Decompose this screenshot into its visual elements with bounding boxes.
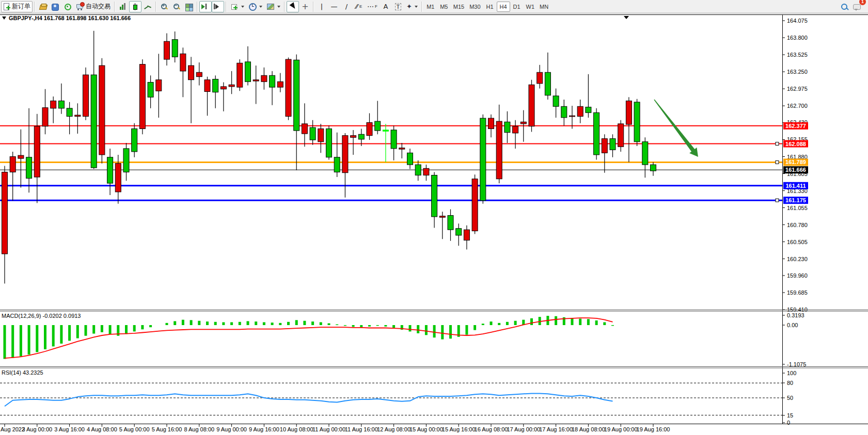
periods-button[interactable] [246,1,264,12]
svg-text:0.00: 0.00 [787,322,798,328]
arrows-icon: ✦ [406,3,412,10]
add-indicator-button[interactable] [228,1,246,12]
gold-bar-button[interactable] [37,1,49,12]
crosshair-button[interactable]: + [299,1,311,12]
gold-bar-icon [39,3,47,11]
signal-button[interactable] [61,1,74,12]
vertical-line-icon: | [321,3,323,10]
channel-icon: ⁄⁄ [356,3,358,10]
arrows-button[interactable]: ✦ [404,1,420,12]
svg-text:17 Aug 16:00: 17 Aug 16:00 [539,426,573,432]
svg-text:100: 100 [787,370,796,376]
svg-text:162.088: 162.088 [785,141,806,147]
new-order-button[interactable]: 新订单 [1,1,33,12]
svg-text:8 Aug 08:00: 8 Aug 08:00 [184,426,214,432]
svg-text:19 Aug 16:00: 19 Aug 16:00 [637,426,670,432]
profiles-icon [51,3,59,11]
svg-text:15: 15 [787,412,793,418]
horizontal-line-icon: — [331,3,338,10]
svg-text:15 Aug 16:00: 15 Aug 16:00 [442,426,476,432]
svg-text:50: 50 [787,395,793,401]
channel-letter: E [359,4,362,9]
svg-text:0: 0 [787,420,790,426]
bar-chart-icon [119,3,127,11]
autotrading-cart-icon [76,3,84,11]
chart-canvas[interactable]: 164.075163.800163.525163.250162.975162.7… [0,13,868,435]
svg-text:11 Aug 16:00: 11 Aug 16:00 [345,426,378,432]
add-indicator-icon [230,3,239,11]
svg-text:162.975: 162.975 [787,86,808,92]
timeframe-button-W1[interactable]: W1 [524,2,538,12]
svg-text:11 Aug 00:00: 11 Aug 00:00 [312,426,345,432]
fibonacci-icon: ⋯ [367,3,373,10]
svg-text:161.411: 161.411 [785,183,806,189]
toolbar-separator [114,2,115,12]
signal-icon [64,3,72,11]
notifications-button[interactable]: 1 [850,1,864,12]
svg-text:9 Aug 16:00: 9 Aug 16:00 [249,426,279,432]
svg-text:RSI(14) 43.2325: RSI(14) 43.2325 [2,369,43,376]
chart-shift-button[interactable] [212,1,224,12]
svg-text:15 Aug 00:00: 15 Aug 00:00 [409,426,443,432]
bar-chart-button[interactable] [117,1,129,12]
text-button[interactable]: A [380,1,392,12]
zoom-in-button[interactable] [158,1,170,12]
templates-icon [266,3,275,11]
line-chart-button[interactable] [141,1,154,12]
timeframe-button-M5[interactable]: M5 [437,2,451,12]
svg-text:163.525: 163.525 [787,52,808,58]
timeframe-button-M1[interactable]: M1 [424,2,437,12]
autotrading-label: 自动交易 [86,2,111,11]
svg-text:-1.1075: -1.1075 [787,361,806,367]
timeframe-group: M1M5M15M30H1H4D1W1MN [424,2,551,12]
horizontal-line-button[interactable]: — [328,1,340,12]
crosshair-icon: + [302,2,308,11]
svg-text:161.789: 161.789 [785,159,806,165]
candlestick-chart-button[interactable] [129,1,141,12]
text-icon: A [383,3,388,10]
new-order-icon [3,3,10,11]
timeframe-button-H4[interactable]: H4 [497,2,510,12]
candlestick-chart-icon [131,3,139,11]
svg-text:164.075: 164.075 [787,18,808,24]
svg-text:12 Aug 08:00: 12 Aug 08:00 [377,426,411,432]
fibonacci-button[interactable]: ⋯F [365,1,380,12]
timeframe-button-MN[interactable]: MN [537,2,551,12]
templates-button[interactable] [264,1,282,12]
tile-windows-button[interactable] [183,1,195,12]
periods-icon [248,3,257,11]
timeframe-button-H1[interactable]: H1 [483,2,497,12]
toolbar-separator [34,2,35,12]
toolbar-separator [313,2,314,12]
search-button[interactable] [838,1,850,12]
vertical-line-button[interactable]: | [315,1,328,12]
profiles-button[interactable] [49,1,61,12]
tile-windows-icon [185,3,193,11]
svg-text:161.666: 161.666 [785,167,806,173]
svg-text:17 Aug 00:00: 17 Aug 00:00 [507,426,540,432]
svg-text:3 Aug 00:00: 3 Aug 00:00 [22,426,52,432]
zoom-out-button[interactable] [170,1,183,12]
channel-button[interactable]: ⁄⁄E [353,1,365,12]
line-chart-icon [144,3,152,11]
autotrading-button[interactable]: 自动交易 [74,1,113,12]
auto-scroll-button[interactable] [199,1,212,12]
text-label-icon: T [395,3,402,10]
toolbar-separator [284,2,285,12]
search-icon [840,3,848,11]
timeframe-button-D1[interactable]: D1 [510,2,524,12]
toolbar-separator [421,2,422,12]
trendline-button[interactable]: / [340,1,353,12]
svg-text:160.505: 160.505 [787,239,808,245]
cursor-button[interactable] [287,1,299,12]
svg-text:160.230: 160.230 [787,256,808,262]
svg-text:18 Aug 08:00: 18 Aug 08:00 [572,426,605,432]
mt4-window: 新订单 自动交易 + | — / ⁄⁄E ⋯F A T [0,0,868,435]
timeframe-button-M30[interactable]: M30 [467,2,483,12]
notification-badge: 1 [859,0,866,5]
svg-text:159.960: 159.960 [787,272,808,279]
text-label-button[interactable]: T [392,1,404,12]
svg-text:5 Aug 00:00: 5 Aug 00:00 [119,426,150,432]
timeframe-button-M15[interactable]: M15 [451,2,467,12]
zoom-in-icon [160,3,168,11]
